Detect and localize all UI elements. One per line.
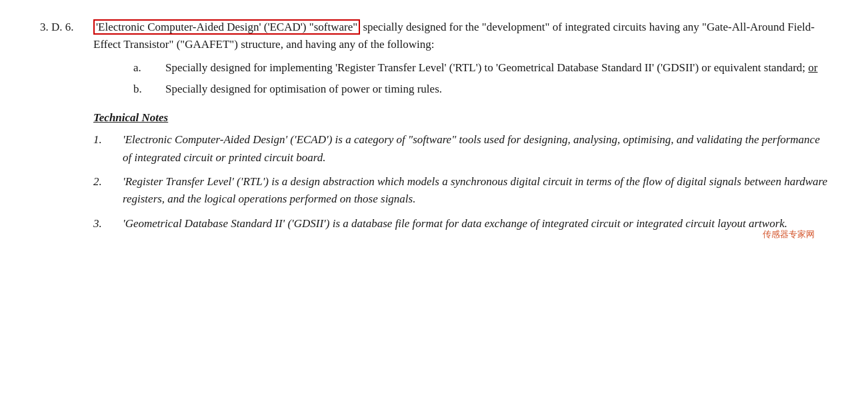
sub-item-letter-b: b. <box>133 81 165 98</box>
entry-main-text: 'Electronic Computer-Aided Design' ('ECA… <box>93 19 828 102</box>
sub-items: a. Specially designed for implementing '… <box>93 59 828 99</box>
sub-item-text-a: Specially designed for implementing 'Reg… <box>165 59 828 77</box>
tech-note-number-1: 1. <box>93 131 123 149</box>
tech-note-1: 1. 'Electronic Computer-Aided Design' ('… <box>93 131 828 167</box>
entry-number: 3. D. 6. <box>40 19 93 36</box>
main-entry: 3. D. 6. 'Electronic Computer-Aided Desi… <box>40 19 828 102</box>
sub-item-letter-a: a. <box>133 59 165 77</box>
tech-note-2: 2. 'Register Transfer Level' ('RTL') is … <box>93 173 828 208</box>
tech-note-text-2: 'Register Transfer Level' ('RTL') is a d… <box>123 173 828 208</box>
technical-notes-header: Technical Notes <box>93 111 828 125</box>
technical-notes-section: Technical Notes 1. 'Electronic Computer-… <box>40 111 828 232</box>
technical-notes-items: 1. 'Electronic Computer-Aided Design' ('… <box>93 131 828 232</box>
tech-note-number-2: 2. <box>93 173 123 191</box>
underline-or: or <box>808 61 817 74</box>
sub-item-b: b. Specially designed for optimisation o… <box>133 81 828 98</box>
tech-note-text-3: 'Geometrical Database Standard II' ('GDS… <box>123 215 828 232</box>
highlighted-phrase: 'Electronic Computer-Aided Design' ('ECA… <box>93 19 360 35</box>
sub-item-text-b: Specially designed for optimisation of p… <box>165 81 828 98</box>
sub-item-a: a. Specially designed for implementing '… <box>133 59 828 77</box>
content-area: 3. D. 6. 'Electronic Computer-Aided Desi… <box>0 0 868 252</box>
tech-note-text-1: 'Electronic Computer-Aided Design' ('ECA… <box>123 131 828 167</box>
tech-note-3: 3. 'Geometrical Database Standard II' ('… <box>93 215 828 232</box>
tech-note-number-3: 3. <box>93 215 123 232</box>
page-container: 3. D. 6. 'Electronic Computer-Aided Desi… <box>0 0 868 405</box>
